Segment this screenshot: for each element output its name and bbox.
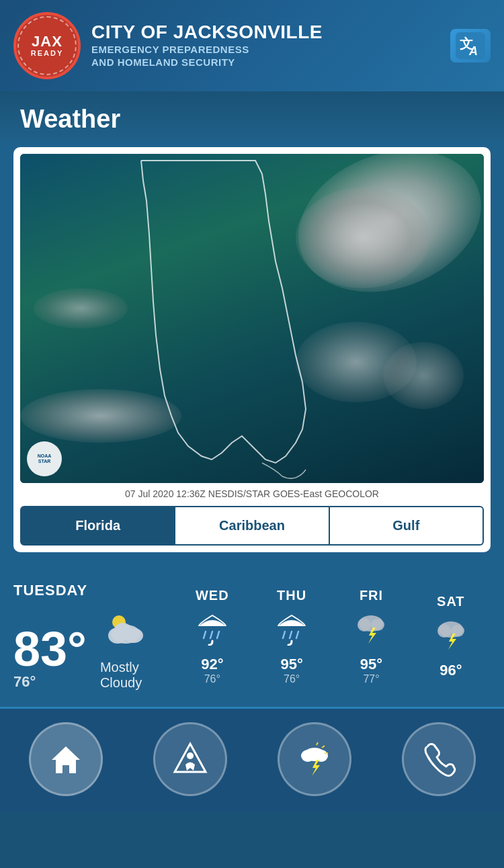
bottom-nav	[0, 707, 504, 812]
translate-icon: 文 A	[456, 32, 485, 59]
wed-low: 76°	[204, 673, 220, 685]
today-icon-desc: Mostly Cloudy	[100, 607, 173, 691]
mostly-cloudy-svg	[100, 607, 147, 648]
today-description: Mostly Cloudy	[100, 660, 173, 691]
sat-forecast: SAT 96°	[411, 594, 491, 679]
svg-point-7	[115, 623, 131, 635]
svg-line-8	[204, 632, 206, 638]
satellite-caption: 07 Jul 2020 12:36Z NESDIS/STAR GOES-East…	[20, 483, 484, 503]
wed-rain-svg	[196, 609, 229, 646]
forecast-grid: TUESDAY 83° 76°	[13, 582, 491, 691]
thu-forecast: THU 95° 76°	[252, 588, 331, 685]
header-title: CITY OF JACKSONVILLE EMERGENCY PREPAREDN…	[91, 22, 323, 69]
thu-high: 95°	[281, 656, 303, 673]
svg-point-19	[437, 624, 451, 638]
today-weather-icon	[100, 607, 173, 657]
logo: JAX READY	[13, 12, 81, 79]
logo-ring	[17, 16, 77, 75]
thu-low: 76°	[284, 673, 300, 685]
svg-text:A: A	[468, 44, 478, 58]
svg-line-9	[210, 632, 212, 638]
org-sub2: AND HOMELAND SECURITY	[91, 56, 323, 69]
wed-label: WED	[196, 588, 229, 603]
today-high: 83°	[13, 625, 87, 673]
thu-label: THU	[277, 588, 306, 603]
nav-weather[interactable]	[278, 722, 351, 796]
sat-storm-svg	[434, 615, 468, 652]
fri-low: 77°	[363, 673, 379, 685]
fri-forecast: FRI 95° 77°	[331, 588, 411, 685]
svg-line-28	[317, 742, 318, 745]
wed-forecast: WED 92° 76°	[173, 588, 252, 685]
today-temps: 83° 76°	[13, 625, 87, 691]
svg-point-24	[187, 752, 194, 759]
hazard-icon	[172, 741, 208, 777]
org-sub1: EMERGENCY PREPAREDNESS	[91, 43, 323, 56]
noaa-logo: NOAASTAR	[27, 441, 62, 476]
svg-line-11	[283, 632, 285, 638]
sat-label: SAT	[437, 594, 465, 609]
thu-rain-svg	[275, 609, 308, 646]
satellite-card: NOAASTAR 07 Jul 2020 12:36Z NESDIS/STAR …	[13, 147, 491, 552]
satellite-section: NOAASTAR 07 Jul 2020 12:36Z NESDIS/STAR …	[0, 140, 504, 566]
nav-hazard[interactable]	[153, 722, 227, 796]
wed-high: 92°	[201, 656, 223, 673]
fri-icon	[354, 609, 388, 650]
fri-label: FRI	[360, 588, 383, 603]
org-name: CITY OF JACKSONVILLE	[91, 22, 323, 43]
header: JAX READY CITY OF JACKSONVILLE EMERGENCY…	[0, 0, 504, 91]
florida-button[interactable]: Florida	[20, 506, 175, 546]
today-day-label: TUESDAY	[13, 582, 173, 599]
svg-point-15	[358, 618, 371, 632]
svg-line-29	[322, 746, 325, 748]
header-left: JAX READY CITY OF JACKSONVILLE EMERGENCY…	[13, 12, 323, 79]
nav-contact[interactable]	[402, 722, 476, 796]
florida-outline-svg	[20, 154, 484, 483]
map-buttons: Florida Caribbean Gulf	[20, 506, 484, 546]
today-forecast: TUESDAY 83° 76°	[13, 582, 173, 691]
svg-point-26	[301, 750, 314, 762]
satellite-image: NOAASTAR	[20, 154, 484, 483]
satellite-map: NOAASTAR	[20, 154, 484, 483]
today-row: 83° 76°	[13, 607, 173, 691]
fri-storm-svg	[354, 609, 388, 646]
svg-line-12	[290, 632, 292, 638]
wed-icon	[196, 609, 229, 650]
nav-home[interactable]	[29, 722, 103, 796]
svg-marker-22	[52, 746, 80, 773]
svg-marker-31	[312, 760, 320, 776]
svg-line-10	[217, 632, 219, 638]
svg-line-13	[296, 632, 298, 638]
home-icon	[48, 741, 84, 777]
phone-icon	[421, 741, 457, 777]
forecast-section: TUESDAY 83° 76°	[0, 566, 504, 707]
sat-high: 96°	[439, 662, 462, 679]
weather-nav-icon	[296, 741, 333, 777]
page-title: Weather	[20, 105, 484, 134]
caribbean-button[interactable]: Caribbean	[175, 506, 329, 546]
sat-icon	[434, 615, 468, 656]
weather-title-section: Weather	[0, 91, 504, 140]
thu-icon	[275, 609, 308, 650]
gulf-button[interactable]: Gulf	[330, 506, 484, 546]
fri-high: 95°	[360, 656, 382, 673]
translate-button[interactable]: 文 A	[450, 29, 491, 62]
